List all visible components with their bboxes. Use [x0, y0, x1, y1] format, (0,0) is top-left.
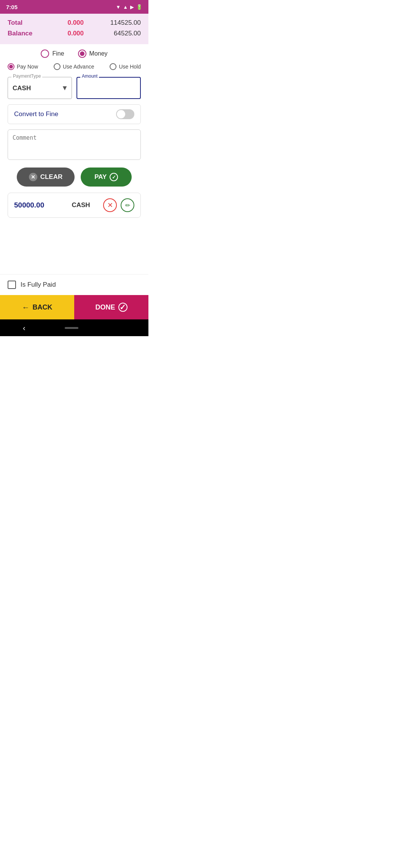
radio-use-advance[interactable]: Use Advance — [54, 63, 94, 70]
radio-pay-now-circle — [8, 63, 14, 70]
radio-money-label: Money — [89, 50, 108, 57]
done-check-icon: ✓ — [118, 303, 127, 312]
entry-amount: 50000.00 — [14, 201, 59, 209]
convert-to-fine-label: Convert to Fine — [14, 110, 58, 118]
radio-use-hold[interactable]: Use Hold — [110, 63, 141, 70]
radio-use-advance-label: Use Advance — [63, 64, 94, 70]
total-label: Total — [8, 19, 46, 27]
pay-label: PAY — [94, 173, 107, 181]
status-time: 7:05 — [6, 4, 18, 10]
convert-to-fine-row: Convert to Fine — [8, 104, 141, 124]
clear-icon: ✕ — [29, 173, 37, 181]
payment-mode-group: Fine Money — [8, 49, 141, 58]
nav-bar: ‹ — [0, 319, 148, 336]
bottom-buttons: ← BACK DONE ✓ — [0, 295, 148, 319]
amount-input[interactable] — [76, 77, 141, 99]
radio-fine-circle — [41, 49, 49, 58]
signal-icon: ▲ — [123, 4, 128, 10]
pay-check-icon: ✓ — [110, 173, 118, 181]
balance-val1: 0.000 — [46, 30, 84, 37]
radio-money-circle — [78, 49, 86, 58]
radio-fine-label: Fine — [52, 50, 64, 57]
toggle-knob — [117, 110, 125, 118]
radio-pay-now-label: Pay Now — [17, 64, 38, 70]
radio-money[interactable]: Money — [78, 49, 108, 58]
done-label: DONE — [95, 303, 115, 311]
clear-button[interactable]: ✕ CLEAR — [17, 168, 75, 187]
radio-use-hold-label: Use Hold — [119, 64, 141, 70]
main-content: Fine Money Pay Now Use Advance Use Hold … — [0, 44, 148, 228]
pay-button[interactable]: PAY ✓ — [81, 168, 132, 187]
radio-fine[interactable]: Fine — [41, 49, 64, 58]
payment-timing-group: Pay Now Use Advance Use Hold — [8, 63, 141, 70]
summary-section: Total 0.000 114525.00 Balance 0.000 6452… — [0, 14, 148, 44]
radio-pay-now[interactable]: Pay Now — [8, 63, 38, 70]
content-spacer — [0, 228, 148, 274]
nav-home-indicator[interactable] — [65, 327, 78, 329]
balance-label: Balance — [8, 30, 46, 37]
status-bar: 7:05 ▼ ▲ ▶ 🔋 — [0, 0, 148, 14]
entry-edit-button[interactable]: ✏ — [121, 198, 134, 212]
radio-use-advance-circle — [54, 63, 61, 70]
nav-back-icon[interactable]: ‹ — [23, 324, 25, 332]
wifi-icon: ▼ — [116, 4, 121, 10]
fully-paid-label: Is Fully Paid — [21, 281, 56, 289]
done-button[interactable]: DONE ✓ — [74, 295, 148, 319]
action-buttons: ✕ CLEAR PAY ✓ — [8, 168, 141, 187]
balance-val2: 64525.00 — [84, 30, 141, 37]
entry-type: CASH — [59, 201, 103, 209]
payment-type-wrapper: PaymentType CASH CHEQUE ONLINE ▼ — [8, 77, 72, 99]
fully-paid-row: Is Fully Paid — [0, 274, 148, 295]
entry-delete-icon: ✕ — [107, 201, 113, 209]
total-val2: 114525.00 — [84, 19, 141, 27]
payment-entry-row: 50000.00 CASH ✕ ✏ — [8, 193, 141, 218]
entry-delete-button[interactable]: ✕ — [103, 198, 117, 212]
radio-use-hold-circle — [110, 63, 116, 70]
back-button[interactable]: ← BACK — [0, 295, 74, 319]
entry-actions: ✕ ✏ — [103, 198, 134, 212]
back-arrow-icon: ← — [22, 303, 30, 312]
payment-type-amount-row: PaymentType CASH CHEQUE ONLINE ▼ Amount — [8, 77, 141, 99]
payment-type-label: PaymentType — [11, 73, 42, 79]
total-row: Total 0.000 114525.00 — [8, 18, 141, 28]
status-icons: ▼ ▲ ▶ 🔋 — [116, 4, 142, 10]
entry-edit-icon: ✏ — [125, 202, 130, 209]
payment-type-select[interactable]: CASH CHEQUE ONLINE — [8, 77, 72, 99]
balance-row: Balance 0.000 64525.00 — [8, 28, 141, 39]
convert-to-fine-toggle[interactable] — [116, 109, 134, 119]
comment-input[interactable] — [8, 129, 141, 160]
network-icon: ▶ — [130, 4, 134, 10]
amount-label: Amount — [80, 73, 99, 79]
fully-paid-checkbox[interactable] — [8, 281, 16, 289]
back-label: BACK — [33, 303, 53, 311]
amount-wrapper: Amount — [76, 77, 141, 99]
total-val1: 0.000 — [46, 19, 84, 27]
clear-label: CLEAR — [40, 173, 63, 181]
battery-icon: 🔋 — [136, 4, 142, 10]
